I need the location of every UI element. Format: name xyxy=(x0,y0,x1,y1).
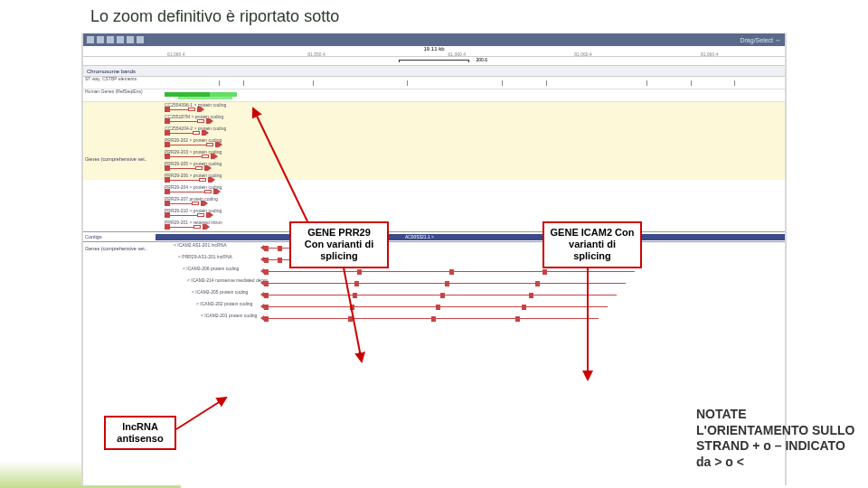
gene-row-rev[interactable]: < ICAM2-202 protein coding xyxy=(83,301,785,313)
callout-prr29: GENE PRR29 Con varianti di splicing xyxy=(289,221,389,268)
drag-select-label[interactable]: Drag/Select ↔ xyxy=(740,37,781,43)
constrained-label: ST way, CSTBP elements xyxy=(85,77,148,82)
resize-icon[interactable] xyxy=(117,36,124,43)
constrained-track: ST way, CSTBP elements xyxy=(83,77,785,89)
callout-lncrna: lncRNA antisenso xyxy=(104,416,176,450)
gene-row-fwd[interactable]: PRR29-202 > protein coding xyxy=(83,137,785,149)
region-size: 19.11 kb xyxy=(423,46,444,52)
chromosome-bands: Chromosome bands xyxy=(83,66,785,77)
genes-rev-track: Genes (comprehensive set.. < ICAM2 AS1-2… xyxy=(83,242,785,324)
gene-label: < PRR29-AS1-201 lncRNA xyxy=(178,255,232,259)
gene-label: < ICAM2-214 nonsense mediated decay xyxy=(187,278,268,283)
gene-row-fwd[interactable]: PRR29-205 > protein coding xyxy=(83,161,785,173)
page-title: Lo zoom definitivo è riportato sotto xyxy=(0,0,868,33)
gene-label: < ICAM2-205 protein coding xyxy=(192,290,248,295)
human-genes-label: Human Genes (RefSeq/Ens) xyxy=(85,89,148,95)
contigs-label: Contigs xyxy=(85,234,102,239)
gene-row-rev[interactable]: < ICAM2 AS1-201 lncRNA xyxy=(83,242,785,254)
gene-label: < ICAM2-206 protein coding xyxy=(183,267,239,271)
region-bar: 19.11 kb 61,060.4 81,050.4 61,060.4 81,0… xyxy=(83,46,785,57)
css-bar xyxy=(178,97,232,99)
gene-label: CC2554396-1 > protein coding xyxy=(165,103,226,108)
toolbar-icons xyxy=(87,36,144,43)
gear-icon[interactable] xyxy=(87,36,94,43)
gene-label: CC255187M > protein coding xyxy=(165,115,223,119)
share-icon[interactable] xyxy=(107,36,114,43)
toolbar[interactable]: Drag/Select ↔ xyxy=(83,33,785,46)
gene-row-fwd[interactable]: CC255187M > protein coding xyxy=(83,114,785,126)
gene-label: < ICAM2 AS1-201 lncRNA xyxy=(174,243,227,248)
gene-row-fwd[interactable]: PRR29-207 protein coding xyxy=(83,196,785,208)
genome-browser: Drag/Select ↔ 19.11 kb 61,060.4 81,050.4… xyxy=(81,33,787,485)
chromo-label: Chromosome bands xyxy=(87,69,136,74)
gene-row-rev[interactable]: < ICAM2-214 nonsense mediated decay xyxy=(83,277,785,289)
gene-row-fwd[interactable]: CC2554396-1 > protein coding xyxy=(83,102,785,114)
scale-bar: 200.6 xyxy=(83,57,785,66)
gene-row-fwd[interactable]: PRR29-206 > protein coding xyxy=(83,173,785,184)
gene-label: PRR29-205 > protein coding xyxy=(165,162,222,166)
contig-fill xyxy=(156,234,785,240)
gene-row-fwd[interactable]: CC2554204-2 > protein coding xyxy=(83,126,785,137)
gene-row-fwd[interactable]: PRR29-204 > protein coding xyxy=(83,184,785,196)
human-genes-track: Human Genes (RefSeq/Ens) xyxy=(83,89,785,102)
callout-icam2: GENE ICAM2 Con varianti di splicing xyxy=(542,221,642,268)
scale-line xyxy=(399,60,469,62)
contig-track: Contigs AC005321.1 > xyxy=(83,231,785,242)
genes-fwd-track: Genes (comprehensive set.. CC2554396-1 >… xyxy=(83,102,785,231)
gene-row-rev[interactable]: < ICAM2-201 protein coding xyxy=(83,313,785,324)
location-icon[interactable] xyxy=(137,36,144,43)
gene-row-rev[interactable]: < ICAM2-205 protein coding xyxy=(83,289,785,301)
gene-row-fwd[interactable]: PRR29-210 > protein coding xyxy=(83,208,785,220)
gene-row-rev[interactable]: < PRR29-AS1-201 lncRNA xyxy=(83,254,785,266)
image-icon[interactable] xyxy=(97,36,104,43)
gene-row-rev[interactable]: < ICAM2-206 protein coding xyxy=(83,266,785,277)
gene-label: < ICAM2-202 protein coding xyxy=(196,302,252,306)
orientation-note: NOTATE L'ORIENTAMENTO SULLO STRAND + o –… xyxy=(696,407,859,470)
marker-icon[interactable] xyxy=(127,36,134,43)
scale-text: 200.6 xyxy=(476,57,488,62)
gene-row-fwd[interactable]: PRR29-201 > retained intron xyxy=(83,220,785,231)
gene-label: < ICAM2-201 protein coding xyxy=(201,314,257,318)
gene-row-fwd[interactable]: PRR29-203 > protein coding xyxy=(83,149,785,161)
contig-seq: AC005321.1 > xyxy=(405,234,434,239)
